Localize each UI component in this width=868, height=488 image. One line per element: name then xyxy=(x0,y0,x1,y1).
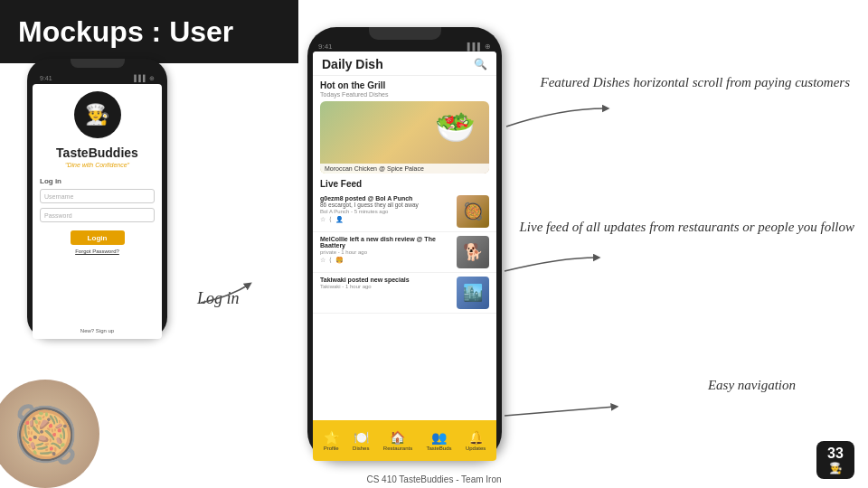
feed-thumb-2: 🐕 xyxy=(457,236,489,268)
left-signal: ▌▌▌ ⊕ xyxy=(134,75,155,82)
signup-link[interactable]: New? Sign up xyxy=(80,328,114,333)
screen-header: Daily Dish 🔍 xyxy=(313,52,496,76)
feed-item-1-content: g0ezm8 posted @ Bol A Punch 86 escargot,… xyxy=(320,195,453,223)
right-phone-status: 9:41 ▌▌▌ ⊕ xyxy=(307,42,502,52)
page-number-badge: 33 👨‍🍳 xyxy=(816,441,854,479)
right-phone-mockup: 9:41 ▌▌▌ ⊕ Daily Dish 🔍 Hot on the Grill… xyxy=(307,27,502,461)
featured-caption: Moroccan Chicken @ Spice Palace xyxy=(320,164,489,174)
feed-actions-1: ☆ ⟨ 👤 xyxy=(320,216,453,223)
nav-dishes-label: Dishes xyxy=(353,446,369,451)
feed-actions-2: ☆ ⟨ 🍔 xyxy=(320,257,453,264)
login-button[interactable]: Login xyxy=(71,230,125,245)
share-icon-2[interactable]: ⟨ xyxy=(329,257,332,264)
feed-meta-2: private - 1 hour ago xyxy=(320,249,453,255)
chef-badge-icon: 👨‍🍳 xyxy=(829,462,843,474)
annotation-livefeed: Live feed of all updates from restaurant… xyxy=(519,217,854,238)
feed-item-3: Takiwaki posted new specials Takiwaki - … xyxy=(313,273,496,314)
search-icon[interactable]: 🔍 xyxy=(474,58,487,70)
featured-subtitle: Todays Featured Dishes xyxy=(313,91,496,101)
annotation-featured: Featured Dishes horizontal scroll from p… xyxy=(541,72,850,93)
nav-updates-label: Updates xyxy=(466,446,486,451)
password-field[interactable]: Password xyxy=(40,208,155,222)
bottom-nav: ⭐ Profile 🍽️ Dishes 🏠 Restaurants 👥 Tast… xyxy=(313,420,496,461)
screen-title: Daily Dish xyxy=(322,57,383,71)
tastebuds-icon: 👥 xyxy=(431,430,447,445)
username-placeholder: Username xyxy=(44,193,73,200)
dish-icon-2[interactable]: 🍔 xyxy=(335,257,344,264)
star-icon[interactable]: ☆ xyxy=(320,216,326,223)
nav-profile-label: Profile xyxy=(324,446,339,451)
forgot-password-link[interactable]: Forgot Password? xyxy=(75,249,119,254)
page-title: Mockups : User xyxy=(18,15,233,49)
nav-restaurants[interactable]: 🏠 Restaurants xyxy=(383,430,412,451)
left-phone-mockup: 9:41 ▌▌▌ ⊕ 👨‍🍳 TasteBuddies "Dine with C… xyxy=(27,59,167,339)
nav-restaurants-label: Restaurants xyxy=(383,446,412,451)
right-signal: ▌▌▌ ⊕ xyxy=(467,42,491,51)
nav-dishes[interactable]: 🍽️ Dishes xyxy=(353,430,369,451)
live-feed-title: Live Feed xyxy=(313,174,496,192)
footer-text: CS 410 TasteBuddies - Team Iron xyxy=(0,474,868,484)
feed-poster-3: Takiwaki posted new specials xyxy=(320,277,453,283)
left-time: 9:41 xyxy=(40,75,52,82)
annotation-nav: Easy navigation xyxy=(708,375,796,396)
feed-poster-2: MelCollie left a new dish review @ The B… xyxy=(320,236,453,249)
feed-thumb-1: 🥘 xyxy=(457,195,489,228)
food-decoration: 🥘 xyxy=(0,380,99,488)
person-icon[interactable]: 👤 xyxy=(335,216,344,223)
header-box: Mockups : User xyxy=(0,0,298,63)
feed-text-1: 86 escargot, I guess they all got away xyxy=(320,202,453,208)
left-phone-screen: 👨‍🍳 TasteBuddies "Dine with Confidence" … xyxy=(33,84,162,339)
featured-section-title: Hot on the Grill xyxy=(313,76,496,91)
featured-dish-image: 🥗 Moroccan Chicken @ Spice Palace xyxy=(320,101,489,174)
feed-thumb-3: 🏙️ xyxy=(457,277,489,309)
password-placeholder: Password xyxy=(44,212,72,219)
feed-meta-3: Takiwaki - 1 hour ago xyxy=(320,284,453,289)
feed-item-3-content: Takiwaki posted new specials Takiwaki - … xyxy=(320,277,453,289)
feed-poster-1: g0ezm8 posted @ Bol A Punch xyxy=(320,195,453,202)
screen-body: Hot on the Grill Todays Featured Dishes … xyxy=(313,76,496,420)
restaurants-icon: 🏠 xyxy=(390,430,405,445)
left-tagline: "Dine with Confidence" xyxy=(65,162,129,168)
nav-tastebuds-label: TasteBuds xyxy=(427,446,452,451)
username-field[interactable]: Username xyxy=(40,189,155,203)
page-number: 33 xyxy=(827,446,844,462)
share-icon[interactable]: ⟨ xyxy=(329,216,332,223)
star-icon-2[interactable]: ☆ xyxy=(320,257,326,264)
dish-icon: 🥗 xyxy=(435,108,476,146)
feed-item-2-content: MelCollie left a new dish review @ The B… xyxy=(320,236,453,264)
feed-item-2: MelCollie left a new dish review @ The B… xyxy=(313,232,496,273)
nav-tastebuds[interactable]: 👥 TasteBuds xyxy=(427,430,452,451)
nav-updates[interactable]: 🔔 Updates xyxy=(466,430,486,451)
profile-icon: ⭐ xyxy=(324,430,339,445)
left-phone-status: 9:41 ▌▌▌ ⊕ xyxy=(33,73,162,84)
login-section-label: Log in xyxy=(40,177,61,185)
right-time: 9:41 xyxy=(318,42,333,51)
left-phone-notch xyxy=(71,59,125,68)
nav-profile[interactable]: ⭐ Profile xyxy=(324,430,339,451)
updates-icon: 🔔 xyxy=(468,430,484,445)
feed-item-1: g0ezm8 posted @ Bol A Punch 86 escargot,… xyxy=(313,192,496,232)
login-annotation: Log in xyxy=(197,289,240,308)
chef-icon: 👨‍🍳 xyxy=(85,103,109,127)
left-logo: 👨‍🍳 xyxy=(74,91,121,138)
left-app-name: TasteBuddies xyxy=(56,145,138,160)
dishes-icon: 🍽️ xyxy=(354,430,369,445)
feed-meta-1: Bol A Punch - 5 minutes ago xyxy=(320,209,453,214)
right-phone-notch xyxy=(369,27,441,40)
right-phone-screen: Daily Dish 🔍 Hot on the Grill Todays Fea… xyxy=(313,52,496,461)
